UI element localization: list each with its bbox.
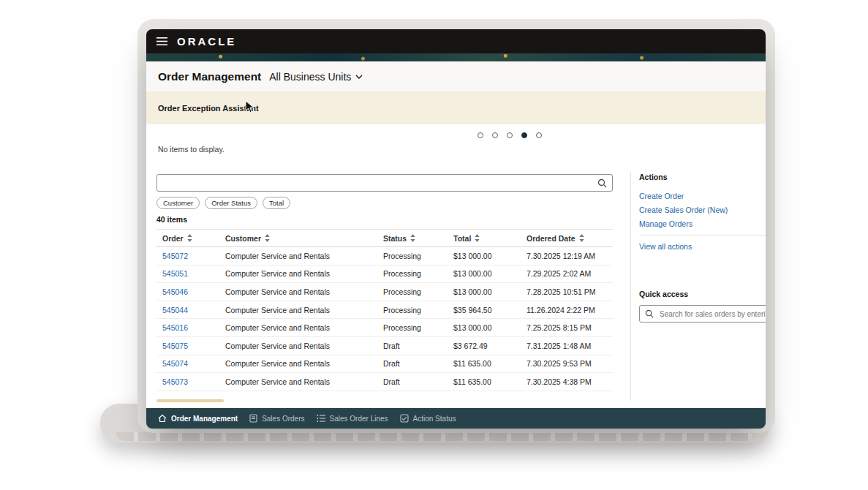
total-cell: $11 635.00 <box>448 377 521 386</box>
column-header-order[interactable]: Order <box>156 234 219 243</box>
customer-cell: Computer Service and Rentals <box>219 306 377 314</box>
carousel-dot[interactable] <box>478 132 483 138</box>
carousel-dot[interactable] <box>536 132 542 138</box>
app-window: ORACLE Order Management All Business Uni… <box>146 29 766 429</box>
order-link[interactable]: 545075 <box>156 342 219 350</box>
business-unit-label: All Business Units <box>269 71 351 83</box>
status-cell: Processing <box>377 323 448 332</box>
page-title: Order Management <box>158 70 261 83</box>
filter-chip-order-status[interactable]: Order Status <box>205 197 257 209</box>
create-sales-order-new-link[interactable]: Create Sales Order (New) <box>639 206 766 214</box>
ordered-date-cell: 7.30.2025 9:53 PM <box>521 359 613 368</box>
column-header-customer[interactable]: Customer <box>219 234 377 243</box>
filter-chip-customer[interactable]: Customer <box>156 197 200 209</box>
table-header: Order Customer Status Total Ordered Date <box>156 229 613 247</box>
table-row[interactable]: 545072Computer Service and RentalsProces… <box>156 247 613 265</box>
table-row[interactable]: 545075Computer Service and RentalsDraft$… <box>156 337 613 355</box>
home-icon <box>158 414 167 423</box>
order-link[interactable]: 545016 <box>156 323 219 332</box>
total-cell: $13 000.00 <box>448 323 521 332</box>
total-cell: $13 000.00 <box>448 287 521 296</box>
ordered-date-cell: 7.30.2025 4:38 PM <box>521 377 613 386</box>
active-tab-indicator <box>156 399 224 402</box>
actions-divider <box>639 235 766 235</box>
carousel-dots <box>478 132 542 138</box>
status-cell: Draft <box>377 359 448 368</box>
column-header-status[interactable]: Status <box>377 234 448 243</box>
status-cell: Processing <box>377 269 448 278</box>
orders-search[interactable] <box>156 174 613 192</box>
total-cell: $35 964.50 <box>448 306 521 314</box>
status-cell: Processing <box>377 252 448 260</box>
ordered-date-cell: 11.26.2024 2:22 PM <box>521 306 613 314</box>
order-link[interactable]: 545072 <box>156 252 219 260</box>
menu-icon[interactable] <box>156 37 167 45</box>
table-row[interactable]: 545016Computer Service and RentalsProces… <box>156 319 613 337</box>
customer-cell: Computer Service and Rentals <box>219 287 377 296</box>
customer-cell: Computer Service and Rentals <box>219 269 377 278</box>
total-cell: $13 000.00 <box>448 269 521 278</box>
business-unit-selector[interactable]: All Business Units <box>269 71 363 83</box>
tab-sales-orders[interactable]: Sales Orders <box>249 414 304 423</box>
table-row[interactable]: 545046Computer Service and RentalsProces… <box>156 283 613 301</box>
quick-access-input[interactable] <box>658 309 766 319</box>
customer-cell: Computer Service and Rentals <box>219 342 377 350</box>
order-link[interactable]: 545051 <box>156 269 219 278</box>
page-header: Order Management All Business Units <box>146 61 766 91</box>
tab-sales-order-lines[interactable]: Sales Order Lines <box>317 415 388 423</box>
ordered-date-cell: 7.25.2025 8:15 PM <box>521 323 613 332</box>
tab-action-status[interactable]: Action Status <box>400 414 456 423</box>
sort-icon <box>187 234 192 242</box>
customer-cell: Computer Service and Rentals <box>219 323 377 332</box>
sort-icon <box>410 234 415 242</box>
empty-state-message: No items to display. <box>158 145 224 154</box>
customer-cell: Computer Service and Rentals <box>219 359 377 368</box>
carousel-dot[interactable] <box>507 132 513 138</box>
sidebar-divider <box>630 173 631 401</box>
sort-icon <box>475 234 480 242</box>
table-row[interactable]: 545051Computer Service and RentalsProces… <box>156 265 613 284</box>
actions-sidebar: Actions Create Order Create Sales Order … <box>639 173 766 323</box>
sort-icon <box>265 234 270 242</box>
exception-assistant-title: Order Exception Assistant <box>158 104 259 113</box>
order-link[interactable]: 545046 <box>156 287 219 296</box>
order-link[interactable]: 545073 <box>156 377 219 386</box>
order-link[interactable]: 545044 <box>156 306 219 314</box>
quick-access-title: Quick access <box>639 290 766 298</box>
total-cell: $11 635.00 <box>448 359 521 368</box>
manage-orders-link[interactable]: Manage Orders <box>639 219 766 228</box>
search-icon[interactable] <box>597 178 612 188</box>
filter-chip-total[interactable]: Total <box>263 197 290 209</box>
list-icon <box>317 415 325 422</box>
tab-order-management[interactable]: Order Management <box>158 414 238 423</box>
carousel-dot[interactable] <box>521 132 527 138</box>
ordered-date-cell: 7.28.2025 10:51 PM <box>521 287 613 296</box>
search-icon <box>645 309 654 318</box>
table-row[interactable]: 545044Computer Service and RentalsProces… <box>156 301 613 320</box>
table-row[interactable]: 545073Computer Service and RentalsDraft$… <box>156 373 613 391</box>
mouse-cursor <box>245 100 254 113</box>
status-icon <box>400 414 409 423</box>
bottom-nav: Order Management Sales Orders Sales Orde… <box>146 408 766 429</box>
quick-access-search[interactable] <box>639 305 766 323</box>
total-cell: $13 000.00 <box>448 252 521 260</box>
column-header-total[interactable]: Total <box>448 234 521 243</box>
total-cell: $3 672.49 <box>448 342 521 350</box>
status-cell: Draft <box>377 342 448 350</box>
view-all-actions-link[interactable]: View all actions <box>639 242 766 251</box>
status-cell: Processing <box>377 306 448 314</box>
banner-image <box>146 53 766 61</box>
customer-cell: Computer Service and Rentals <box>219 252 377 260</box>
carousel-dot[interactable] <box>492 132 498 138</box>
create-order-link[interactable]: Create Order <box>639 192 766 200</box>
chevron-down-icon <box>355 75 363 79</box>
orders-search-input[interactable] <box>157 178 597 187</box>
order-link[interactable]: 545074 <box>156 359 219 368</box>
sort-icon <box>579 234 584 242</box>
column-header-ordered-date[interactable]: Ordered Date <box>521 234 613 243</box>
ordered-date-cell: 7.29.2025 2:02 AM <box>521 269 613 278</box>
table-row[interactable]: 545074Computer Service and RentalsDraft$… <box>156 355 613 374</box>
filter-chips: Customer Order Status Total <box>156 197 613 209</box>
customer-cell: Computer Service and Rentals <box>219 377 377 386</box>
status-cell: Draft <box>377 377 448 386</box>
